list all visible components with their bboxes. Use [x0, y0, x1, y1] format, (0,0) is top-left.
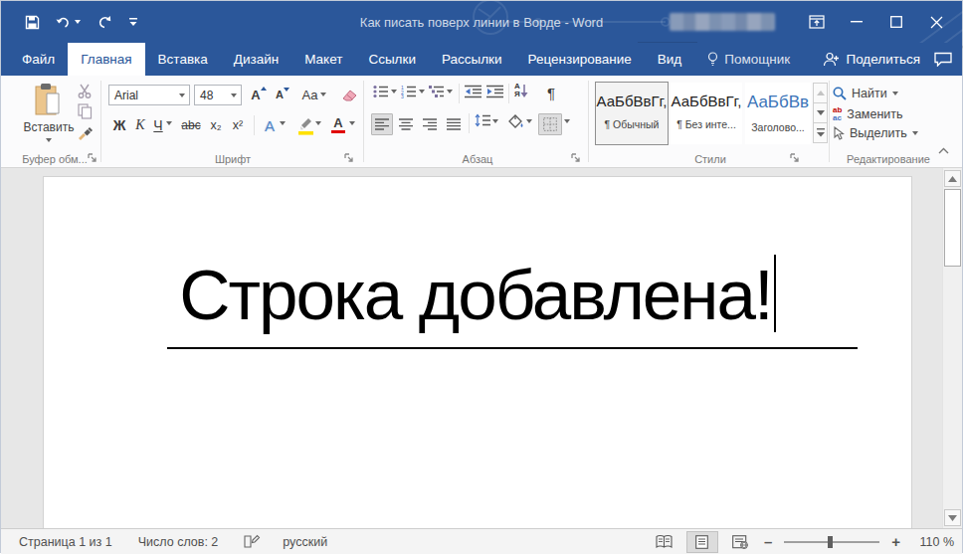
sort-button[interactable]: А Я	[514, 83, 528, 98]
word-count[interactable]: Число слов: 2	[138, 535, 219, 549]
paragraph-dialog-launcher-icon[interactable]	[571, 153, 582, 164]
zoom-slider[interactable]	[784, 541, 879, 543]
styles-dialog-launcher-icon[interactable]	[790, 153, 801, 164]
decrease-indent-button[interactable]	[465, 85, 482, 98]
shrink-font-button[interactable]: А	[272, 84, 293, 105]
borders-button[interactable]	[538, 113, 562, 135]
zoom-in-button[interactable]: +	[889, 533, 902, 550]
strikethrough-button[interactable]: abc	[178, 114, 204, 136]
find-dropdown-arrow[interactable]	[892, 92, 898, 95]
select-button[interactable]: Выделить	[833, 126, 918, 140]
justify-button[interactable]	[443, 113, 465, 135]
tab-insert[interactable]: Вставка	[145, 43, 221, 76]
proofing-icon[interactable]	[244, 534, 261, 549]
align-right-button[interactable]	[419, 113, 441, 135]
document-text-line[interactable]: Строка добавлена!	[44, 255, 911, 332]
customize-qat-button[interactable]	[128, 17, 138, 27]
highlight-button[interactable]	[295, 113, 315, 137]
font-dialog-launcher-icon[interactable]	[344, 153, 355, 164]
ribbon-display-options-button[interactable]	[797, 1, 837, 43]
tab-mailings[interactable]: Рассылки	[429, 43, 515, 76]
underline-dropdown-arrow[interactable]	[166, 121, 172, 125]
undo-dropdown-arrow[interactable]	[75, 20, 81, 24]
line-spacing-dropdown-arrow[interactable]	[492, 119, 498, 123]
zoom-level[interactable]: 110 %	[908, 535, 954, 549]
cut-button[interactable]	[77, 84, 93, 98]
paste-dropdown-arrow[interactable]	[46, 138, 52, 142]
minimize-button[interactable]	[837, 1, 876, 43]
maximize-button[interactable]	[876, 1, 916, 43]
tab-layout[interactable]: Макет	[291, 43, 355, 76]
print-layout-button[interactable]	[686, 531, 718, 553]
style-heading[interactable]: АаБбВв Заголово...	[745, 83, 811, 144]
clear-formatting-button[interactable]	[339, 84, 361, 105]
find-button[interactable]: Найти	[833, 87, 898, 100]
zoom-out-button[interactable]: –	[762, 533, 774, 550]
numbering-dropdown-arrow[interactable]	[419, 90, 425, 93]
text-effects-button[interactable]: А	[260, 113, 280, 137]
tab-references[interactable]: Ссылки	[355, 43, 429, 76]
font-family-combo[interactable]: Arial	[108, 85, 190, 105]
change-case-button[interactable]: Aa	[299, 84, 329, 105]
scroll-down-button[interactable]	[944, 509, 961, 526]
shading-dropdown-arrow[interactable]	[526, 119, 532, 123]
styles-scroll-down-button[interactable]	[813, 102, 828, 123]
scroll-up-button[interactable]	[944, 170, 961, 187]
text-effects-dropdown-arrow[interactable]	[280, 121, 286, 125]
align-left-button[interactable]	[371, 113, 393, 135]
styles-scroll-up-button[interactable]	[813, 83, 828, 103]
redo-button[interactable]	[96, 15, 112, 30]
font-size-combo[interactable]: 48	[194, 85, 242, 105]
grow-font-button[interactable]: А	[248, 84, 270, 105]
clipboard-dialog-launcher-icon[interactable]	[88, 153, 98, 164]
tab-design[interactable]: Дизайн	[221, 43, 291, 76]
show-marks-button[interactable]: ¶	[542, 82, 560, 103]
highlight-dropdown-arrow[interactable]	[315, 121, 321, 125]
copy-button[interactable]	[78, 103, 93, 119]
language-indicator[interactable]: русский	[283, 535, 327, 549]
increase-indent-button[interactable]	[486, 85, 503, 98]
web-layout-button[interactable]	[724, 531, 756, 553]
align-center-button[interactable]	[395, 113, 417, 135]
document-page[interactable]: Строка добавлена!	[43, 176, 912, 528]
replace-button[interactable]: ab ac Заменить	[833, 106, 903, 121]
collapse-ribbon-button[interactable]	[938, 147, 949, 154]
italic-button[interactable]: К	[132, 114, 148, 136]
share-button[interactable]: Поделиться	[823, 52, 920, 67]
font-color-button[interactable]: А	[329, 113, 347, 137]
zoom-slider-thumb[interactable]	[828, 536, 833, 548]
feedback-button[interactable]	[934, 52, 952, 67]
tab-view[interactable]: Вид	[645, 43, 694, 76]
style-no-spacing[interactable]: АаБбВвГг, ¶ Без инте...	[671, 83, 742, 144]
bold-button[interactable]: Ж	[110, 114, 128, 136]
format-painter-button[interactable]	[77, 124, 93, 140]
bullets-dropdown-arrow[interactable]	[391, 90, 397, 93]
line-spacing-button[interactable]	[475, 113, 490, 127]
shading-button[interactable]	[506, 113, 524, 129]
vertical-scrollbar[interactable]	[942, 168, 962, 528]
tab-assistant[interactable]: Помощник	[694, 43, 803, 76]
scrollbar-thumb[interactable]	[944, 189, 961, 267]
borders-dropdown-arrow[interactable]	[564, 119, 570, 123]
select-dropdown-arrow[interactable]	[912, 131, 918, 135]
styles-gallery-more-button[interactable]	[813, 122, 828, 143]
save-button[interactable]	[25, 15, 40, 30]
font-color-dropdown-arrow[interactable]	[349, 121, 355, 125]
style-normal[interactable]: АаБбВвГг, ¶ Обычный	[596, 83, 668, 144]
tab-home[interactable]: Главная	[68, 43, 144, 76]
page-indicator[interactable]: Страница 1 из 1	[19, 535, 112, 549]
subscript-button[interactable]: x₂	[206, 114, 226, 136]
bullets-button[interactable]	[373, 85, 389, 98]
paste-button[interactable]: Вставить	[23, 83, 75, 160]
multilevel-list-button[interactable]	[429, 85, 445, 98]
tab-review[interactable]: Рецензирование	[515, 43, 645, 76]
underline-button[interactable]: Ч	[150, 114, 166, 136]
close-button[interactable]	[916, 1, 956, 43]
tab-file[interactable]: Файл	[9, 43, 68, 76]
read-mode-button[interactable]	[649, 531, 680, 553]
multilevel-dropdown-arrow[interactable]	[447, 90, 453, 93]
superscript-button[interactable]: x²	[228, 114, 248, 136]
numbering-button[interactable]: 1 2 3	[401, 85, 417, 98]
ribbon-display-options-icon	[809, 15, 825, 29]
undo-button[interactable]	[56, 15, 81, 30]
